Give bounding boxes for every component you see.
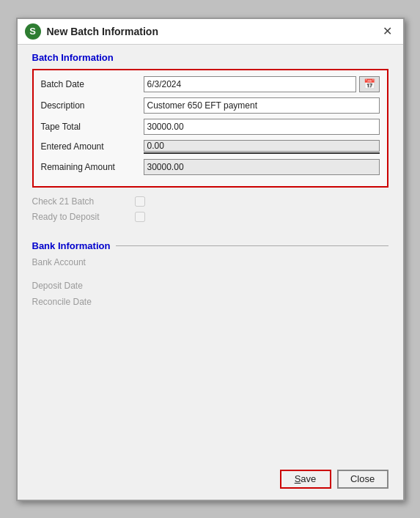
reconcile-date-label: Reconcile Date	[32, 297, 135, 307]
tape-total-label: Tape Total	[41, 122, 144, 132]
underline-bar	[144, 152, 380, 154]
date-input-row: 📅	[144, 76, 380, 92]
bank-account-label: Bank Account	[32, 257, 135, 267]
calendar-button[interactable]: 📅	[359, 76, 380, 92]
batch-date-input[interactable]	[144, 76, 356, 92]
reconcile-date-row: Reconcile Date	[32, 297, 388, 307]
description-label: Description	[41, 100, 144, 111]
remaining-amount-row: Remaining Amount	[41, 159, 380, 175]
entered-amount-input[interactable]	[144, 140, 380, 152]
tape-total-input[interactable]	[144, 119, 380, 135]
bank-spacer	[32, 273, 388, 281]
dialog-window: S New Batch Information ✕ Batch Informat…	[16, 18, 405, 501]
deposit-date-row: Deposit Date	[32, 281, 388, 291]
bank-section-header: Bank Information	[32, 240, 388, 251]
close-button[interactable]: Close	[337, 470, 388, 489]
batch-date-label: Batch Date	[41, 79, 144, 89]
dialog-title: New Batch Information	[47, 26, 374, 37]
ready-deposit-row: Ready to Deposit	[32, 212, 388, 222]
description-row: Description	[41, 97, 380, 114]
check21-row: Check 21 Batch	[32, 196, 388, 207]
ready-deposit-checkbox[interactable]	[135, 212, 145, 222]
close-label: Close	[350, 473, 375, 484]
close-x-button[interactable]: ✕	[380, 23, 396, 40]
bank-info-title: Bank Information	[32, 240, 111, 251]
dialog-body: Batch Information Batch Date 📅 Descripti…	[18, 45, 403, 462]
deposit-date-label: Deposit Date	[32, 281, 135, 291]
tape-total-row: Tape Total	[41, 119, 380, 135]
app-icon: S	[25, 23, 41, 40]
title-bar: S New Batch Information ✕	[18, 19, 403, 45]
batch-info-section-title: Batch Information	[32, 52, 388, 63]
bank-divider	[116, 245, 388, 246]
ready-deposit-label: Ready to Deposit	[32, 212, 135, 222]
entered-amount-label: Entered Amount	[41, 141, 144, 152]
bank-account-row: Bank Account	[32, 257, 388, 267]
remaining-amount-label: Remaining Amount	[41, 162, 144, 172]
remaining-amount-input	[144, 159, 380, 175]
entered-amount-row: Entered Amount	[41, 140, 380, 154]
bank-info-section: Bank Information Bank Account Deposit Da…	[32, 240, 388, 313]
batch-info-section: Batch Date 📅 Description Tape Total Ente…	[32, 69, 388, 188]
batch-date-row: Batch Date 📅	[41, 76, 380, 92]
save-button[interactable]: Save	[280, 470, 331, 489]
check21-checkbox[interactable]	[135, 196, 145, 207]
footer-spacer	[32, 313, 388, 451]
description-input[interactable]	[144, 97, 380, 114]
check21-label: Check 21 Batch	[32, 196, 135, 207]
section-spacer	[32, 227, 388, 237]
save-label: Save	[295, 473, 317, 484]
dialog-footer: Save Close	[18, 462, 403, 500]
